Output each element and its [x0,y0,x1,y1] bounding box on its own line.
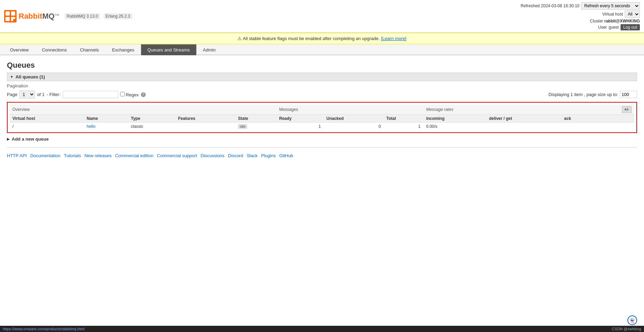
regex-checkbox[interactable] [120,92,125,96]
queue-table-body: / hello classic idle 1 0 1 0.00/s [10,123,634,131]
svg-rect-3 [6,17,10,21]
plus-minus-button[interactable]: +/- [622,106,632,113]
col-ack: ack [561,115,594,123]
cluster-label: Cluster [590,19,603,23]
help-icon[interactable]: ? [141,92,146,97]
cell-total: 1 [384,123,423,131]
cluster-row: Cluster rabbit@XWHKING [590,19,640,23]
cell-type: classic [128,123,175,131]
nav-admin[interactable]: Admin [196,44,222,55]
cell-incoming: 0.00/s [423,123,486,131]
page-select[interactable]: 1 [19,91,35,98]
virtual-host-label: Virtual host [602,12,623,17]
section-arrow-icon: ▼ [10,75,13,79]
header: RabbitMQTM RabbitMQ 3.13.0 Erlang 26.2.3… [0,0,644,33]
footer-link-new-releases[interactable]: New releases [84,153,115,158]
col-features: Features [175,115,236,123]
version-info: RabbitMQ 3.13.0 Erlang 26.2.3 [65,13,132,19]
refresh-row: Refreshed 2024-03-08 16:30:10 Refresh ev… [521,2,640,10]
user-row: User guest Log out [598,24,640,30]
cluster-name: rabbit@XWHKING [604,19,640,23]
col-incoming: incoming [423,115,486,123]
nav-exchanges[interactable]: Exchanges [105,44,141,55]
logout-button[interactable]: Log out [621,24,640,30]
svg-rect-2 [11,11,15,16]
cell-name[interactable]: hello [84,123,128,131]
svg-rect-4 [11,17,13,19]
pagination-controls: Page 1 of 1 - Filter: Regex ? Displaying… [7,91,637,98]
virtual-host-row: Virtual host All / [602,10,640,18]
cell-ack [561,123,594,131]
display-info: Displaying 1 item , page size up to: [548,91,637,98]
queue-table: Overview Messages Message rates +/- Virt… [10,105,634,130]
filter-label: - Filter: [47,92,60,97]
filter-input[interactable] [63,91,118,98]
svg-rect-6 [11,19,13,21]
table-row: / hello classic idle 1 0 1 0.00/s [10,123,634,131]
footer-link-commercial-edition[interactable]: Commercial edition [115,153,157,158]
add-queue-label: Add a new queue [12,136,49,142]
queue-table-container: Overview Messages Message rates +/- Virt… [7,102,637,133]
footer-link-discord[interactable]: Discord [228,153,247,158]
page-label: Page [7,92,17,97]
col-deliver-get: deliver / get [486,115,561,123]
rabbitmq-logo-icon [4,10,17,22]
add-queue-arrow-icon: ▶ [7,137,10,141]
main-content: Queues ▼ All queues (1) Pagination Page … [0,55,644,167]
footer-link-discussions[interactable]: Discussions [201,153,228,158]
cell-features [175,123,236,131]
user-label: User [598,25,607,30]
regex-label[interactable]: Regex [120,92,139,97]
logo-tm: TM [55,13,59,17]
cell-deliver-get [486,123,561,131]
col-total: Total [384,115,423,123]
cell-ready: 1 [277,123,324,131]
learn-more-link[interactable]: [Learn more] [381,36,406,41]
footer-link-github[interactable]: GitHub [279,153,297,158]
cell-unacked: 0 [324,123,384,131]
erlang-version: Erlang 26.2.3 [104,13,132,19]
nav-overview[interactable]: Overview [3,44,35,55]
col-state: State [235,115,276,123]
of-pages: of 1 [37,92,45,97]
logo-text: RabbitMQTM [19,12,59,21]
page-size-input[interactable] [620,91,637,98]
cell-state: idle [235,123,276,131]
refresh-interval-select[interactable]: Refresh every 5 seconds Refresh every 10… [581,2,640,10]
footer-link-plugins[interactable]: Plugins [261,153,279,158]
username: guest [609,25,619,30]
all-queues-section-header[interactable]: ▼ All queues (1) [7,73,637,81]
logo-mq: MQ [42,12,54,20]
col-virtual-host: Virtual host [10,115,84,123]
footer-link-documentation[interactable]: Documentation [30,153,64,158]
main-nav: Overview Connections Channels Exchanges … [0,44,644,55]
pagination-area: Pagination Page 1 of 1 - Filter: Regex ?… [7,83,637,98]
add-new-queue[interactable]: ▶ Add a new queue [7,136,637,142]
refreshed-timestamp: Refreshed 2024-03-08 16:30:10 [521,3,579,8]
logo-rabbit: Rabbit [19,12,42,20]
footer-links: HTTP APIDocumentationTutorialsNew releas… [7,153,637,158]
section-message-rates-header: Message rates [423,105,594,115]
virtual-host-select[interactable]: All / [625,10,640,18]
footer-link-commercial-support[interactable]: Commercial support [157,153,200,158]
svg-rect-5 [13,17,15,19]
warning-text: ⚠ All stable feature flags must be enabl… [238,36,380,41]
col-type: Type [128,115,175,123]
footer-link-slack[interactable]: Slack [247,153,261,158]
section-overview-header: Overview [10,105,277,115]
col-unacked: Unacked [324,115,384,123]
nav-queues-and-streams[interactable]: Queues and Streams [141,44,196,55]
cell-virtual-host: / [10,123,84,131]
nav-channels[interactable]: Channels [73,44,105,55]
all-queues-label: All queues (1) [16,74,45,79]
col-ready: Ready [277,115,324,123]
top-right-controls: Refreshed 2024-03-08 16:30:10 Refresh ev… [521,2,640,30]
rabbitmq-version: RabbitMQ 3.13.0 [65,13,100,19]
logo-area: RabbitMQTM RabbitMQ 3.13.0 Erlang 26.2.3 [4,10,132,22]
footer-link-http-api[interactable]: HTTP API [7,153,30,158]
footer-divider [7,147,637,148]
svg-rect-1 [6,11,10,16]
footer-link-tutorials[interactable]: Tutorials [64,153,84,158]
displaying-text: Displaying 1 item , page size up to: [548,92,618,97]
nav-connections[interactable]: Connections [35,44,73,55]
